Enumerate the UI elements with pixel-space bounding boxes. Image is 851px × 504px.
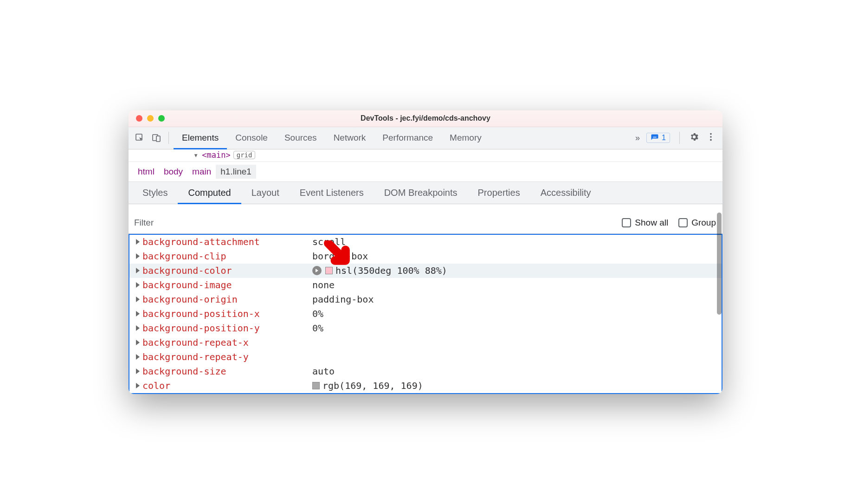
property-value[interactable]: auto [312, 364, 335, 379]
main-toolbar: Elements Console Sources Network Perform… [129, 127, 722, 149]
divider [679, 132, 680, 144]
devtools-window: DevTools - jec.fyi/demo/cds-anchovy Elem… [129, 110, 722, 394]
gear-icon[interactable] [689, 132, 699, 144]
expand-caret-icon[interactable] [136, 253, 140, 259]
property-name: background-size [142, 364, 226, 379]
expand-caret-icon[interactable] [136, 239, 140, 245]
spacer [129, 204, 722, 213]
property-value[interactable]: none [312, 278, 335, 292]
expand-caret-icon[interactable] [136, 325, 140, 331]
scrollbar-thumb[interactable] [717, 213, 722, 315]
annotation-arrow-icon [323, 240, 352, 271]
group-label: Group [691, 218, 716, 228]
checkbox-icon [678, 218, 688, 227]
property-name: background-repeat-y [142, 350, 249, 364]
property-name: color [142, 379, 170, 393]
property-row[interactable]: background-position-x0% [129, 307, 722, 321]
property-row[interactable]: background-sizeauto [129, 364, 722, 379]
crumb-h1[interactable]: h1.line1 [216, 165, 256, 179]
property-row[interactable]: colorrgb(169, 169, 169) [129, 379, 722, 393]
caret-down-icon: ▾ [193, 150, 198, 160]
property-value-text: 0% [312, 307, 323, 321]
property-row[interactable]: background-imagenone [129, 278, 722, 292]
expand-caret-icon[interactable] [136, 282, 140, 288]
tab-console[interactable]: Console [227, 127, 276, 149]
property-name: background-repeat-x [142, 336, 249, 350]
tab-elements[interactable]: Elements [174, 127, 227, 149]
tab-dom-breakpoints[interactable]: DOM Breakpoints [374, 182, 468, 204]
property-row[interactable]: background-attachmentscroll [129, 235, 722, 249]
expand-caret-icon[interactable] [136, 354, 140, 360]
filter-row: Show all Group [129, 213, 722, 234]
property-value-text: padding-box [312, 292, 374, 307]
property-value-text: hsl(350deg 100% 88%) [335, 264, 447, 278]
tab-sources[interactable]: Sources [276, 127, 325, 149]
expand-caret-icon[interactable] [136, 297, 140, 302]
property-name: background-clip [142, 249, 226, 264]
dom-tag: <main> [202, 150, 230, 160]
property-row[interactable]: background-repeat-y [129, 350, 722, 364]
property-row[interactable]: background-clipborder-box [129, 249, 722, 264]
property-value-text: auto [312, 364, 335, 379]
tab-network[interactable]: Network [325, 127, 374, 149]
group-checkbox[interactable]: Group [678, 218, 716, 228]
property-value[interactable]: 0% [312, 321, 323, 336]
crumb-html[interactable]: html [133, 165, 159, 179]
inspect-icon[interactable] [132, 130, 147, 145]
property-value[interactable]: rgb(169, 169, 169) [312, 379, 423, 393]
property-name: background-color [142, 264, 232, 278]
property-row[interactable]: background-originpadding-box [129, 292, 722, 307]
property-value[interactable]: padding-box [312, 292, 374, 307]
breadcrumbs: html body main h1.line1 [129, 162, 722, 182]
toolbar-right: » 1 [635, 132, 719, 144]
property-value-text: 0% [312, 321, 323, 336]
computed-properties-list[interactable]: background-attachmentscrollbackground-cl… [129, 234, 722, 394]
show-all-label: Show all [635, 218, 668, 228]
expand-caret-icon[interactable] [136, 340, 140, 345]
sidebar-tabs: Styles Computed Layout Event Listeners D… [129, 182, 722, 204]
property-value[interactable]: 0% [312, 307, 323, 321]
tab-layout[interactable]: Layout [241, 182, 290, 204]
expand-caret-icon[interactable] [136, 383, 140, 388]
tab-computed[interactable]: Computed [178, 182, 241, 204]
property-name: background-position-y [142, 321, 260, 336]
issues-badge[interactable]: 1 [646, 133, 670, 143]
property-row[interactable]: background-repeat-x [129, 336, 722, 350]
show-all-checkbox[interactable]: Show all [622, 218, 668, 228]
svg-point-3 [710, 133, 712, 135]
tab-performance[interactable]: Performance [374, 127, 441, 149]
window-title: DevTools - jec.fyi/demo/cds-anchovy [129, 114, 722, 123]
color-swatch-icon[interactable] [312, 382, 320, 389]
divider [168, 132, 169, 144]
property-value-text: rgb(169, 169, 169) [322, 379, 423, 393]
grid-badge[interactable]: grid [233, 151, 256, 159]
checkbox-icon [622, 218, 631, 227]
property-row[interactable]: background-colorhsl(350deg 100% 88%) [129, 264, 722, 278]
tab-properties[interactable]: Properties [468, 182, 530, 204]
property-row[interactable]: background-position-y0% [129, 321, 722, 336]
expand-caret-icon[interactable] [136, 268, 140, 273]
kebab-icon[interactable] [706, 132, 716, 144]
expand-caret-icon[interactable] [136, 368, 140, 374]
property-name: background-image [142, 278, 232, 292]
titlebar: DevTools - jec.fyi/demo/cds-anchovy [129, 110, 722, 127]
svg-point-5 [710, 139, 712, 141]
property-name: background-attachment [142, 235, 260, 249]
navigate-icon[interactable] [312, 266, 322, 275]
device-toggle-icon[interactable] [149, 130, 164, 145]
dom-tree-line[interactable]: ▾ <main> grid [129, 149, 722, 162]
tab-styles[interactable]: Styles [132, 182, 178, 204]
panel-tabs: Elements Console Sources Network Perform… [174, 127, 633, 149]
issues-count: 1 [662, 134, 666, 142]
more-tabs-icon[interactable]: » [635, 133, 640, 143]
expand-caret-icon[interactable] [136, 311, 140, 317]
tab-memory[interactable]: Memory [441, 127, 490, 149]
crumb-body[interactable]: body [159, 165, 187, 179]
property-name: background-origin [142, 292, 238, 307]
crumb-main[interactable]: main [187, 165, 216, 179]
property-value-text: none [312, 278, 335, 292]
filter-input[interactable] [129, 218, 612, 228]
tab-accessibility[interactable]: Accessibility [530, 182, 601, 204]
tab-event-listeners[interactable]: Event Listeners [290, 182, 374, 204]
property-name: background-position-x [142, 307, 260, 321]
